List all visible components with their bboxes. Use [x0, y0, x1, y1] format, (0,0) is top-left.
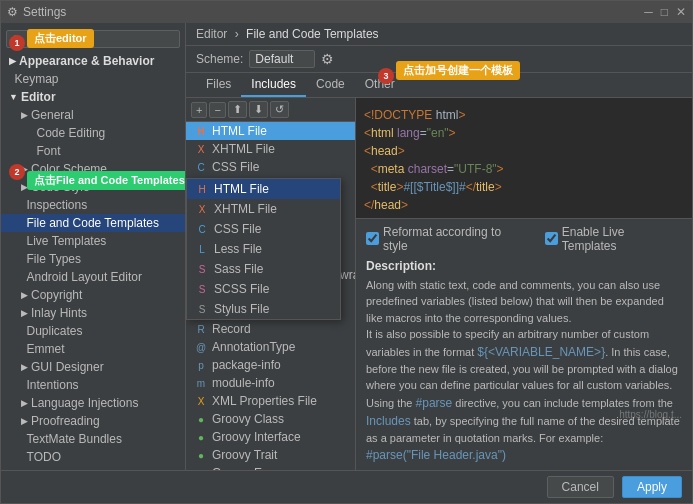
file-list-item-xml-props[interactable]: X XML Properties File — [186, 392, 355, 410]
file-list-item-html[interactable]: H HTML File — [186, 122, 355, 140]
close-button[interactable]: ✕ — [676, 5, 686, 19]
footer: Cancel Apply — [1, 470, 692, 503]
sidebar-item-live-templates[interactable]: Live Templates — [1, 232, 185, 250]
checkbox-row: Reformat according to style Enable Live … — [366, 225, 682, 253]
sidebar-item-copyright[interactable]: ▶Copyright — [1, 286, 185, 304]
live-templates-checkbox-label[interactable]: Enable Live Templates — [545, 225, 682, 253]
arrow-icon — [31, 128, 34, 138]
main-panel: 3 点击加号创建一个模板 Editor › File and Code Temp… — [186, 23, 692, 470]
sidebar-item-font[interactable]: Font — [1, 142, 185, 160]
main-content: 1 点击editor 2 点击File and Code Templates ▶… — [1, 23, 692, 470]
file-list-item-module-info[interactable]: m module-info — [186, 374, 355, 392]
sidebar-item-intentions[interactable]: Intentions — [1, 376, 185, 394]
sidebar-item-editor[interactable]: ▼Editor — [1, 88, 185, 106]
arrow-icon: ▶ — [21, 398, 28, 408]
sidebar-item-language-injections[interactable]: ▶Language Injections — [1, 394, 185, 412]
file-list-item-css[interactable]: C CSS File — [186, 158, 355, 176]
groovy-class-icon: ● — [194, 412, 208, 426]
window-title: Settings — [23, 5, 66, 19]
minimize-button[interactable]: ─ — [644, 5, 653, 19]
dropdown-item-css[interactable]: C CSS File — [187, 219, 340, 239]
css-file-icon: C — [194, 160, 208, 174]
sidebar-item-appearance[interactable]: ▶Appearance & Behavior — [1, 52, 185, 70]
code-line: <html lang="en"> — [364, 124, 684, 142]
less-icon: L — [195, 242, 209, 256]
gear-icon[interactable]: ⚙ — [321, 51, 334, 67]
sidebar-item-file-templates[interactable]: File and Code Templates — [1, 214, 185, 232]
sidebar-item-file-types[interactable]: File Types — [1, 250, 185, 268]
file-list-item-groovy-interface[interactable]: ● Groovy Interface — [186, 428, 355, 446]
code-line: <title>#[[$Title$]]#</title> — [364, 178, 684, 196]
tab-includes[interactable]: Includes — [241, 73, 306, 97]
settings-window: ⚙ Settings ─ □ ✕ 1 点击editor 2 点击File and… — [0, 0, 693, 504]
file-list-item-groovy-enum[interactable]: ● Groovy Enum — [186, 464, 355, 470]
sidebar-item-keymap[interactable]: Keymap — [1, 70, 185, 88]
cancel-button[interactable]: Cancel — [547, 476, 614, 498]
description-label: Description: — [366, 259, 682, 273]
sidebar-item-general[interactable]: ▶General — [1, 106, 185, 124]
file-list-item-groovy-trait[interactable]: ● Groovy Trait — [186, 446, 355, 464]
arrow-icon: ▶ — [21, 362, 28, 372]
stylus-icon: S — [195, 302, 209, 316]
add-template-button[interactable]: + — [191, 102, 207, 118]
dropdown-item-stylus[interactable]: S Stylus File — [187, 299, 340, 319]
dropdown-item-html[interactable]: H HTML File — [187, 179, 340, 199]
apply-button[interactable]: Apply — [622, 476, 682, 498]
sidebar-item-proofreading[interactable]: ▶Proofreading — [1, 412, 185, 430]
reformat-label: Reformat according to style — [383, 225, 529, 253]
arrow-icon — [9, 74, 12, 84]
annotation-1-label: 点击editor — [27, 29, 94, 48]
arrow-icon — [21, 254, 24, 264]
arrow-icon — [21, 344, 24, 354]
sidebar-item-gui-designer[interactable]: ▶GUI Designer — [1, 358, 185, 376]
arrow-icon — [31, 146, 34, 156]
annotation-3-bubble: 3 — [378, 68, 394, 84]
watermark: https://blog.t... — [619, 409, 682, 420]
file-list-item-groovy-class[interactable]: ● Groovy Class — [186, 410, 355, 428]
remove-template-button[interactable]: − — [209, 102, 225, 118]
tab-code[interactable]: Code — [306, 73, 355, 97]
sidebar-item-android-layout[interactable]: Android Layout Editor — [1, 268, 185, 286]
arrow-icon — [21, 272, 24, 282]
sidebar-item-duplicates[interactable]: Duplicates — [1, 322, 185, 340]
scheme-select[interactable]: Default — [249, 50, 315, 68]
reformat-checkbox[interactable] — [366, 232, 379, 245]
live-templates-checkbox[interactable] — [545, 232, 558, 245]
arrow-icon — [21, 326, 24, 336]
file-list-item-package-info[interactable]: p package-info — [186, 356, 355, 374]
sidebar-item-code-editing[interactable]: Code Editing — [1, 124, 185, 142]
dropdown-item-scss[interactable]: S SCSS File — [187, 279, 340, 299]
live-templates-label: Enable Live Templates — [562, 225, 682, 253]
file-type-dropdown: H HTML File X XHTML File C CSS File L — [186, 178, 341, 320]
arrow-icon: ▶ — [21, 290, 28, 300]
main-body: + − ⬆ ⬇ ↺ H HTML File X — [186, 98, 692, 470]
arrow-icon — [21, 200, 24, 210]
titlebar-title: ⚙ Settings — [7, 5, 66, 19]
sidebar-item-inlay-hints[interactable]: ▶Inlay Hints — [1, 304, 185, 322]
sidebar-item-inspections[interactable]: Inspections — [1, 196, 185, 214]
arrow-icon — [21, 380, 24, 390]
reformat-checkbox-label[interactable]: Reformat according to style — [366, 225, 529, 253]
sidebar-item-emmet[interactable]: Emmet — [1, 340, 185, 358]
move-down-button[interactable]: ⬇ — [249, 101, 268, 118]
arrow-icon — [21, 218, 24, 228]
sidebar-section: ▶Appearance & Behavior Keymap ▼Editor ▶G… — [1, 51, 185, 467]
arrow-icon: ▶ — [21, 110, 28, 120]
file-list-item-xhtml[interactable]: X XHTML File — [186, 140, 355, 158]
reset-button[interactable]: ↺ — [270, 101, 289, 118]
xhtml-file-icon: X — [194, 142, 208, 156]
file-list-item-record[interactable]: R Record — [186, 320, 355, 338]
dropdown-item-sass[interactable]: S Sass File — [187, 259, 340, 279]
sidebar-item-todo[interactable]: TODO — [1, 448, 185, 466]
dropdown-item-less[interactable]: L Less File — [187, 239, 340, 259]
arrow-icon: ▶ — [21, 308, 28, 318]
arrow-icon: ▼ — [9, 92, 18, 102]
maximize-button[interactable]: □ — [661, 5, 668, 19]
sidebar-item-textmate[interactable]: TextMate Bundles — [1, 430, 185, 448]
file-list-item-annotation[interactable]: @ AnnotationType — [186, 338, 355, 356]
tab-files[interactable]: Files — [196, 73, 241, 97]
move-up-button[interactable]: ⬆ — [228, 101, 247, 118]
annotation-1-bubble: 1 — [9, 35, 25, 51]
code-editor[interactable]: <!DOCTYPE html> <html lang="en"> <head> … — [356, 98, 692, 218]
dropdown-item-xhtml[interactable]: X XHTML File — [187, 199, 340, 219]
